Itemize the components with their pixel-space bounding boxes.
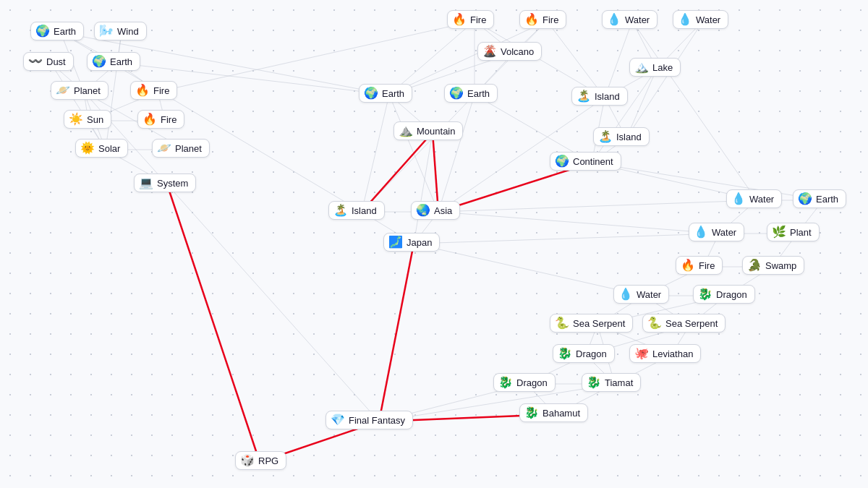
node-system1[interactable]: 💻System xyxy=(134,174,196,192)
node-swamp1[interactable]: 🐊Swamp xyxy=(742,256,804,275)
node-earth2[interactable]: 🌍Earth xyxy=(87,52,140,71)
node-planet2[interactable]: 🪐Planet xyxy=(152,139,210,158)
node-tiamat1[interactable]: 🐉Tiamat xyxy=(582,373,641,392)
node-water2[interactable]: 💧Water xyxy=(673,10,728,29)
node-icon-plant1: 🌿 xyxy=(772,226,786,238)
node-label-earth1: Earth xyxy=(54,26,76,37)
node-asia1[interactable]: 🌏Asia xyxy=(411,201,460,220)
svg-line-59 xyxy=(438,200,757,212)
svg-line-40 xyxy=(362,95,389,212)
node-seaserpent2[interactable]: 🐍Sea Serpent xyxy=(642,314,726,333)
node-fire1[interactable]: 🔥Fire xyxy=(130,81,177,100)
node-seaserpent1[interactable]: 🐍Sea Serpent xyxy=(550,314,633,333)
node-icon-bahamut1: 🐉 xyxy=(524,407,539,419)
node-lake1[interactable]: 🏔️Lake xyxy=(629,58,681,77)
node-label-earth2: Earth xyxy=(110,56,132,67)
node-icon-fire1: 🔥 xyxy=(135,85,150,96)
node-icon-earth2: 🌍 xyxy=(92,56,106,67)
node-icon-water4: 💧 xyxy=(694,226,708,238)
node-label-wind1: Wind xyxy=(117,26,139,37)
node-label-bahamut1: Bahamut xyxy=(542,408,580,419)
node-earth1[interactable]: 🌍Earth xyxy=(30,22,84,40)
node-icon-tiamat1: 🐉 xyxy=(587,377,601,388)
node-icon-wind1: 🌬️ xyxy=(99,25,114,37)
node-fire4[interactable]: 🔥Fire xyxy=(519,10,566,29)
node-icon-fire3: 🔥 xyxy=(452,14,467,25)
node-label-fire2: Fire xyxy=(161,114,176,125)
node-icon-island2: 🏝️ xyxy=(598,131,613,142)
node-fire2[interactable]: 🔥Fire xyxy=(137,110,184,129)
node-island3[interactable]: 🏝️Island xyxy=(328,201,385,220)
node-volcano1[interactable]: 🌋Volcano xyxy=(477,42,542,61)
node-icon-leviathan1: 🐙 xyxy=(634,348,649,359)
node-label-dragon3: Dragon xyxy=(516,377,548,388)
node-earth4[interactable]: 🌍Earth xyxy=(444,84,498,103)
svg-line-99 xyxy=(379,244,414,421)
svg-line-60 xyxy=(438,212,719,234)
node-label-system1: System xyxy=(157,178,188,189)
node-icon-earth5: 🌍 xyxy=(798,193,812,205)
node-label-earth3: Earth xyxy=(382,88,404,99)
node-label-fire3: Fire xyxy=(470,14,486,25)
node-plant1[interactable]: 🌿Plant xyxy=(767,223,820,241)
node-solar1[interactable]: 🌞Solar xyxy=(75,139,128,158)
node-leviathan1[interactable]: 🐙Leviathan xyxy=(629,344,701,363)
node-water4[interactable]: 💧Water xyxy=(689,223,744,241)
svg-line-14 xyxy=(84,92,167,184)
node-island2[interactable]: 🏝️Island xyxy=(593,127,650,146)
node-label-water3: Water xyxy=(749,194,774,205)
node-icon-island1: 🏝️ xyxy=(576,90,591,102)
node-icon-fire5: 🔥 xyxy=(681,260,695,271)
node-label-japan1: Japan xyxy=(407,237,432,248)
node-icon-solar1: 🌞 xyxy=(80,142,95,154)
node-water5[interactable]: 💧Water xyxy=(613,285,669,304)
graph-container: 🌍Earth🌬️Wind〰️Dust🌍Earth🪐Planet🔥Fire☀️Su… xyxy=(0,0,868,488)
node-label-island2: Island xyxy=(616,132,642,142)
node-island1[interactable]: 🏝️Island xyxy=(571,87,628,106)
node-label-water5: Water xyxy=(637,289,661,300)
node-label-dust1: Dust xyxy=(46,56,66,67)
node-water1[interactable]: 💧Water xyxy=(602,10,658,29)
node-dragon2[interactable]: 🐉Dragon xyxy=(553,344,615,363)
node-icon-swamp1: 🐊 xyxy=(747,260,762,271)
node-label-earth5: Earth xyxy=(816,194,838,205)
node-bahamut1[interactable]: 🐉Bahamut xyxy=(519,403,588,422)
node-label-finalfantasy1: Final Fantasy xyxy=(349,415,405,426)
node-icon-continent1: 🌍 xyxy=(555,155,569,167)
node-dragon1[interactable]: 🐉Dragon xyxy=(693,285,755,304)
node-dragon3[interactable]: 🐉Dragon xyxy=(493,373,556,392)
node-label-rpg1: RPG xyxy=(258,455,278,466)
node-japan1[interactable]: 🗾Japan xyxy=(383,233,440,252)
node-label-seaserpent1: Sea Serpent xyxy=(573,318,625,329)
node-mountain1[interactable]: ⛰️Mountain xyxy=(393,121,463,140)
node-icon-volcano1: 🌋 xyxy=(482,46,497,57)
node-rpg1[interactable]: 🎲RPG xyxy=(235,451,286,470)
node-wind1[interactable]: 🌬️Wind xyxy=(94,22,147,40)
svg-line-91 xyxy=(167,184,379,421)
node-label-sun1: Sun xyxy=(87,114,103,125)
node-label-mountain1: Mountain xyxy=(417,126,455,137)
node-label-earth4: Earth xyxy=(467,88,490,99)
node-icon-water5: 💧 xyxy=(618,288,633,300)
node-finalfantasy1[interactable]: 💎Final Fantasy xyxy=(326,411,413,429)
svg-line-44 xyxy=(438,95,475,212)
node-icon-finalfantasy1: 💎 xyxy=(331,414,345,426)
node-dust1[interactable]: 〰️Dust xyxy=(23,52,74,71)
node-icon-mountain1: ⛰️ xyxy=(399,125,413,137)
node-icon-dragon3: 🐉 xyxy=(498,377,513,388)
node-fire5[interactable]: 🔥Fire xyxy=(676,256,723,275)
node-icon-earth4: 🌍 xyxy=(449,87,464,99)
node-fire3[interactable]: 🔥Fire xyxy=(447,10,494,29)
node-sun1[interactable]: ☀️Sun xyxy=(64,110,111,129)
node-earth3[interactable]: 🌍Earth xyxy=(359,84,412,103)
node-label-leviathan1: Leviathan xyxy=(652,348,693,359)
node-continent1[interactable]: 🌍Continent xyxy=(550,152,621,171)
node-planet1[interactable]: 🪐Planet xyxy=(51,81,109,100)
node-label-swamp1: Swamp xyxy=(765,260,796,271)
node-label-island1: Island xyxy=(595,91,620,102)
svg-line-61 xyxy=(414,234,719,244)
node-label-dragon2: Dragon xyxy=(576,348,607,359)
node-water3[interactable]: 💧Water xyxy=(726,189,782,208)
node-icon-dragon1: 🐉 xyxy=(698,288,712,300)
node-earth5[interactable]: 🌍Earth xyxy=(793,189,846,208)
